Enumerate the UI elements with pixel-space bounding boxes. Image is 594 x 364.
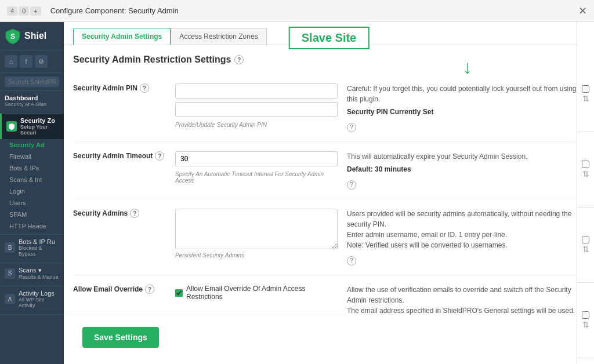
search-input[interactable] [5,77,59,87]
slave-site-badge: Slave Site [289,27,370,49]
http-label: HTTP Heade [9,223,59,230]
sidebar-sub-firewall[interactable]: Firewall [0,151,64,162]
sidebar-logo: S Shiel [0,22,64,50]
sidebar-sub-spam[interactable]: SPAM [0,209,64,220]
title-bar: 4 0 + Configure Component: Security Admi… [0,0,594,22]
sidebar-sub-scans[interactable]: Scans & Int [0,174,64,185]
row-security-admins: Security Admins ? Persistent Security Ad… [73,199,585,275]
admins-help-icon[interactable]: ? [130,209,139,218]
sidebar-dashboard-group: Dashboard Security At A Glan [0,91,64,114]
right-checkbox-4[interactable] [582,311,589,319]
sidebar-item-dashboard[interactable]: Dashboard Security At A Glan [0,91,64,111]
main-layout: S Shiel ⌂ f ⚙ Dashboard Security At A Gl… [0,22,594,364]
row-security-admin-timeout: Security Admin Timeout ? Specify An Auto… [73,142,585,199]
email-override-checkbox-label: Allow Email Override Of Admin Access Res… [186,285,338,301]
sort-icon-2[interactable]: ⇅ [582,169,589,179]
svg-text:S: S [10,32,15,41]
home-icon[interactable]: ⌂ [5,55,17,68]
pin-help-icon[interactable]: ? [140,83,149,93]
timeout-help-icon[interactable]: ? [155,151,164,161]
content-area: Slave Site ↓ Security Admin Settings Acc… [64,22,594,364]
security-zone-icon [6,121,17,132]
settings-content: Security Admin Restriction Settings ? Se… [64,45,594,315]
email-override-input-group: Allow Email Override Of Admin Access Res… [175,285,338,301]
firewall-label: Firewall [9,153,59,160]
settings-icon[interactable]: ⚙ [35,55,48,68]
right-panel: ⇅ ⇅ ⇅ ⇅ [577,22,594,364]
admins-input-group: Persistent Security Admins [175,209,338,259]
tab-security-admin-settings[interactable]: Security Admin Settings [73,28,171,45]
logo-text: Shiel [24,31,46,41]
email-override-help-icon[interactable]: ? [145,285,154,294]
pin-description: Careful: If you forget this, you could p… [347,83,585,132]
browser-tab-2[interactable]: 0 [19,6,29,16]
timeout-input[interactable] [175,151,338,166]
scans-label-group: Scans ▾ Results & Manua [19,267,59,280]
timeout-hint: Specify An Automatic Timeout Interval Fo… [175,171,338,184]
save-settings-button[interactable]: Save Settings [82,327,159,348]
sidebar-bots-group: B Bots & IP Ru Blocked & Bypass [0,235,64,263]
sidebar-scans-group: S Scans ▾ Results & Manua [0,263,64,286]
admins-desc-help-icon[interactable]: ? [347,256,356,265]
right-panel-item-2: ⇅ [577,132,594,208]
sidebar-sub-bots-ips[interactable]: Bots & IPs [0,162,64,174]
sidebar-item-bots[interactable]: B Bots & IP Ru Blocked & Bypass [0,235,64,260]
pin-input-group: Provide/Update Security Admin PIN [175,83,338,128]
sidebar-icon-row: ⌂ f ⚙ [0,50,64,73]
sort-icon-1[interactable]: ⇅ [582,94,589,103]
scans-label: Scans & Int [9,176,59,183]
sidebar-activity-group: A Activity Logs All WP Site Activity [0,286,64,315]
settings-title: Security Admin Restriction Settings ? [73,54,585,65]
right-checkbox-3[interactable] [582,236,589,243]
admins-label: Security Admins ? [73,209,166,218]
timeout-desc-help-icon[interactable]: ? [347,180,356,190]
shield-icon: S [5,28,21,44]
timeout-description: This will automatically expire your Secu… [347,151,585,190]
browser-tab-1[interactable]: 4 [7,6,17,16]
right-checkbox-1[interactable] [582,85,589,93]
close-button[interactable]: ✕ [578,6,587,16]
pin-label: Security Admin PIN ? [73,83,166,93]
sidebar-item-scans[interactable]: S Scans ▾ Results & Manua [0,263,64,283]
admins-hint: Persistent Security Admins [175,252,338,259]
security-zone-label: Security Zo Setup Your Securi [20,117,59,136]
row-security-admin-pin: Security Admin PIN ? Provide/Update Secu… [73,74,585,142]
email-override-label: Allow Email Override ? [73,285,166,294]
activity-label-group: Activity Logs All WP Site Activity [19,290,59,308]
sidebar-item-security-zone[interactable]: Security Zo Setup Your Securi [0,114,64,139]
pin-input-1[interactable] [175,83,338,99]
browser-tab-add[interactable]: + [30,6,41,16]
sort-icon-4[interactable]: ⇅ [582,320,589,329]
window-title: Configure Component: Security Admin [50,6,179,15]
login-label: Login [9,188,59,195]
timeout-input-group: Specify An Automatic Timeout Interval Fo… [175,151,338,184]
pin-desc-help-icon[interactable]: ? [347,123,356,132]
sort-icon-3[interactable]: ⇅ [582,245,589,254]
social-icon[interactable]: f [20,55,32,68]
sidebar-sub-security-admin[interactable]: Security Ad [0,139,64,151]
scans-icon: S [5,268,15,279]
right-checkbox-2[interactable] [582,161,589,168]
settings-title-help-icon[interactable]: ? [234,55,244,64]
row-email-override: Allow Email Override ? Allow Email Overr… [73,275,585,315]
bots-icon: B [5,242,15,253]
email-override-checkbox[interactable] [175,289,183,297]
admins-textarea[interactable] [175,209,338,249]
bots-label-group: Bots & IP Ru Blocked & Bypass [19,238,59,257]
right-panel-item-1: ⇅ [577,57,594,132]
sidebar-item-activity[interactable]: A Activity Logs All WP Site Activity [0,286,64,312]
main-window: 4 0 + Configure Component: Security Admi… [0,0,594,364]
timeout-label: Security Admin Timeout ? [73,151,166,161]
arrow-down-icon: ↓ [463,57,472,78]
right-panel-item-4: ⇅ [577,283,594,358]
sidebar: S Shiel ⌂ f ⚙ Dashboard Security At A Gl… [0,22,64,364]
tab-access-restriction-zones[interactable]: Access Restriction Zones [171,28,266,45]
save-area: Save Settings [64,315,594,364]
sidebar-sub-users[interactable]: Users [0,197,64,209]
users-label: Users [9,199,59,206]
sidebar-sub-http[interactable]: HTTP Heade [0,220,64,232]
pin-input-2[interactable] [175,102,338,117]
security-admin-label: Security Ad [9,141,59,148]
sidebar-sub-login[interactable]: Login [0,185,64,197]
admins-description: Users provided will be security admins a… [347,209,585,265]
